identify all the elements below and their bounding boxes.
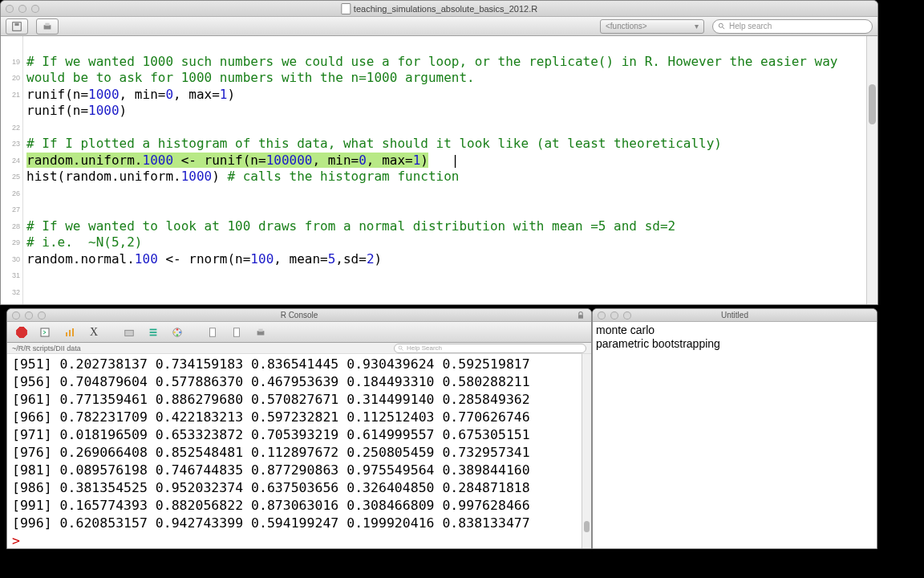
close-icon[interactable] xyxy=(12,311,20,320)
console-title: R Console xyxy=(281,311,318,320)
editor-toolbar: <functions> ▾ Help search xyxy=(1,17,877,36)
x11-button[interactable]: X xyxy=(84,324,103,340)
scrollbar-thumb[interactable] xyxy=(584,521,590,532)
print-button[interactable] xyxy=(36,18,59,35)
document-icon xyxy=(231,327,242,338)
color-button[interactable] xyxy=(168,324,187,340)
notes-text-area[interactable]: monte carloparametric bootstrapping xyxy=(593,322,877,352)
palette-icon xyxy=(172,327,183,338)
editor-window: teaching_simulations_absolute_basics_201… xyxy=(0,0,878,305)
printer-icon xyxy=(255,327,266,338)
console-scrollbar[interactable] xyxy=(582,354,591,548)
console-breadcrumb: ~/R/R scripts/DII data Help Search xyxy=(7,343,591,354)
new-doc2-button[interactable] xyxy=(227,324,246,340)
svg-rect-11 xyxy=(125,330,134,336)
scrollbar-thumb[interactable] xyxy=(869,84,876,124)
list-button[interactable] xyxy=(144,324,163,340)
close-icon[interactable] xyxy=(6,5,14,13)
run-icon xyxy=(39,326,52,339)
svg-rect-6 xyxy=(578,315,583,319)
console-output[interactable]: [951] 0.202738137 0.734159183 0.83654144… xyxy=(7,354,591,552)
chevron-down-icon: ▾ xyxy=(695,22,699,31)
zoom-icon[interactable] xyxy=(31,5,39,13)
svg-rect-7 xyxy=(41,328,49,336)
notes-title: Untitled xyxy=(721,311,748,320)
svg-rect-1 xyxy=(14,22,18,26)
svg-rect-23 xyxy=(258,328,262,332)
minimize-icon[interactable] xyxy=(18,5,26,13)
document-icon xyxy=(207,327,218,338)
svg-point-24 xyxy=(399,346,402,349)
filename-label: teaching_simulations_absolute_basics_201… xyxy=(354,4,537,14)
close-icon[interactable] xyxy=(598,311,606,320)
document-icon xyxy=(341,3,351,14)
svg-rect-10 xyxy=(72,328,74,336)
window-controls xyxy=(6,5,39,13)
search-placeholder: Help search xyxy=(729,22,772,31)
stop-icon xyxy=(14,324,30,340)
minimize-icon[interactable] xyxy=(610,311,618,320)
chart-button[interactable] xyxy=(60,324,79,340)
zoom-icon[interactable] xyxy=(623,311,631,320)
editor-scrollbar[interactable] xyxy=(866,36,877,304)
folder-icon xyxy=(124,327,135,338)
functions-label: <functions> xyxy=(606,22,647,31)
lock-icon[interactable] xyxy=(575,310,586,321)
window-controls xyxy=(12,311,46,320)
console-toolbar: X xyxy=(7,322,591,343)
minimize-icon[interactable] xyxy=(25,311,33,320)
svg-rect-9 xyxy=(69,330,71,336)
help-placeholder: Help Search xyxy=(407,344,442,352)
editor-titlebar: teaching_simulations_absolute_basics_201… xyxy=(1,1,877,17)
notes-window: Untitled monte carloparametric bootstrap… xyxy=(592,308,877,549)
svg-point-16 xyxy=(176,328,179,331)
console-titlebar: R Console xyxy=(7,309,591,322)
list-icon xyxy=(148,327,159,338)
svg-point-4 xyxy=(719,23,723,27)
svg-rect-8 xyxy=(66,332,67,336)
svg-rect-3 xyxy=(45,22,49,26)
svg-line-5 xyxy=(723,26,725,29)
notes-titlebar: Untitled xyxy=(593,309,877,322)
console-help-search[interactable]: Help Search xyxy=(394,344,586,353)
help-search-input[interactable]: Help search xyxy=(712,19,873,34)
code-area[interactable]: # min sets lowest, max sets highest poss… xyxy=(23,36,877,304)
save-button[interactable] xyxy=(6,18,28,35)
editor-body: 192021 2223242526272829303132 # min sets… xyxy=(1,36,877,304)
console-window: R Console X ~/R/R scripts/DII data Help … xyxy=(6,308,592,549)
svg-rect-21 xyxy=(234,328,240,336)
svg-point-18 xyxy=(176,334,179,336)
open-button[interactable] xyxy=(120,324,139,340)
printer-icon xyxy=(42,21,53,32)
svg-rect-20 xyxy=(210,328,216,336)
bar-chart-icon xyxy=(63,326,76,339)
zoom-icon[interactable] xyxy=(38,311,46,320)
functions-dropdown[interactable]: <functions> ▾ xyxy=(600,19,704,34)
line-gutter: 192021 2223242526272829303132 xyxy=(1,36,23,304)
search-icon xyxy=(398,345,404,352)
search-icon xyxy=(718,22,726,31)
print-button[interactable] xyxy=(251,324,270,340)
window-controls xyxy=(598,311,631,320)
svg-point-17 xyxy=(179,331,181,333)
source-button[interactable] xyxy=(36,324,55,340)
stop-button[interactable] xyxy=(12,324,31,340)
svg-point-19 xyxy=(173,331,176,333)
new-doc-button[interactable] xyxy=(203,324,222,340)
window-title: teaching_simulations_absolute_basics_201… xyxy=(341,3,537,14)
floppy-icon xyxy=(11,21,22,32)
svg-line-25 xyxy=(402,348,403,350)
breadcrumb-path[interactable]: ~/R/R scripts/DII data xyxy=(12,344,81,352)
